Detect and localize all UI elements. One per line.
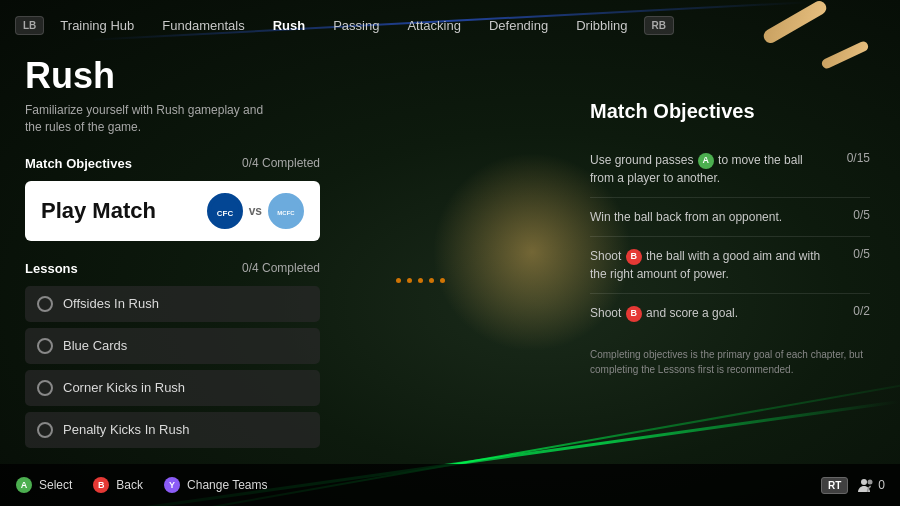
player-count: 0	[878, 478, 885, 492]
match-objectives-progress: 0/4 Completed	[242, 156, 320, 170]
right-panel: Match Objectives Use ground passes A to …	[590, 100, 870, 377]
nav-dribbling[interactable]: Dribbling	[564, 14, 639, 37]
svg-text:MCFC: MCFC	[277, 210, 295, 216]
play-match-label: Play Match	[41, 198, 156, 224]
lesson-circle-corner-kicks	[37, 380, 53, 396]
teams-display: CFC vs MCFC	[207, 193, 304, 229]
btn-b-back: B	[93, 477, 109, 493]
objective-text-1: Use ground passes A to move the ball fro…	[590, 151, 825, 187]
orange-dots-decoration	[396, 278, 445, 283]
players-icon	[858, 478, 874, 492]
page-subtitle: Familiarize yourself with Rush gameplay …	[25, 102, 275, 136]
objectives-title: Match Objectives	[590, 100, 870, 123]
bottom-right: RT 0	[821, 477, 885, 494]
lessons-section: Lessons 0/4 Completed Offsides In Rush B…	[25, 261, 320, 448]
chelsea-logo: CFC	[207, 193, 243, 229]
objective-text-2: Win the ball back from an opponent.	[590, 208, 825, 226]
player-count-badge: 0	[858, 478, 885, 492]
lessons-progress: 0/4 Completed	[242, 261, 320, 275]
match-objectives-title: Match Objectives	[25, 156, 132, 171]
btn-b-icon-4: B	[626, 306, 642, 322]
btn-a-select: A	[16, 477, 32, 493]
objective-row-3: Shoot B the ball with a good aim and wit…	[590, 237, 870, 294]
action-change-teams-label: Change Teams	[187, 478, 268, 492]
lesson-item-penalty-kicks[interactable]: Penalty Kicks In Rush	[25, 412, 320, 448]
match-objectives-header: Match Objectives 0/4 Completed	[25, 156, 320, 171]
objective-row-4: Shoot B and score a goal. 0/2	[590, 294, 870, 332]
lesson-text-corner-kicks: Corner Kicks in Rush	[63, 380, 185, 395]
svg-point-5	[868, 480, 873, 485]
objective-score-1: 0/15	[835, 151, 870, 165]
nav-passing[interactable]: Passing	[321, 14, 391, 37]
svg-point-4	[861, 479, 867, 485]
rb-button[interactable]: RB	[644, 16, 674, 35]
objective-text-4: Shoot B and score a goal.	[590, 304, 825, 322]
btn-b-icon-3: B	[626, 249, 642, 265]
objective-score-3: 0/5	[835, 247, 870, 261]
btn-y-change: Y	[164, 477, 180, 493]
lesson-circle-penalty-kicks	[37, 422, 53, 438]
bottom-actions: A Select B Back Y Change Teams	[15, 477, 268, 493]
vs-text: vs	[249, 204, 262, 218]
nav-fundamentals[interactable]: Fundamentals	[150, 14, 256, 37]
lessons-header: Lessons 0/4 Completed	[25, 261, 320, 276]
action-back: B Back	[92, 477, 143, 493]
action-select: A Select	[15, 477, 72, 493]
lesson-item-blue-cards[interactable]: Blue Cards	[25, 328, 320, 364]
action-back-label: Back	[116, 478, 143, 492]
lesson-text-penalty-kicks: Penalty Kicks In Rush	[63, 422, 189, 437]
objective-score-2: 0/5	[835, 208, 870, 222]
bottom-bar: A Select B Back Y Change Teams RT 0	[0, 464, 900, 506]
svg-text:CFC: CFC	[216, 209, 233, 218]
lb-button[interactable]: LB	[15, 16, 44, 35]
top-nav: LB Training Hub Fundamentals Rush Passin…	[0, 0, 900, 50]
nav-training-hub[interactable]: Training Hub	[48, 14, 146, 37]
lesson-text-offsides: Offsides In Rush	[63, 296, 159, 311]
lesson-text-blue-cards: Blue Cards	[63, 338, 127, 353]
nav-defending[interactable]: Defending	[477, 14, 560, 37]
objectives-note: Completing objectives is the primary goa…	[590, 347, 870, 377]
objective-text-3: Shoot B the ball with a good aim and wit…	[590, 247, 825, 283]
page-title: Rush	[25, 55, 320, 97]
left-panel: Rush Familiarize yourself with Rush game…	[25, 55, 320, 454]
lesson-circle-offsides	[37, 296, 53, 312]
btn-a-icon-1: A	[698, 153, 714, 169]
objective-row-1: Use ground passes A to move the ball fro…	[590, 141, 870, 198]
lesson-item-offsides[interactable]: Offsides In Rush	[25, 286, 320, 322]
action-change-teams: Y Change Teams	[163, 477, 268, 493]
nav-attacking[interactable]: Attacking	[395, 14, 472, 37]
play-match-card[interactable]: Play Match CFC vs MCFC	[25, 181, 320, 241]
action-select-label: Select	[39, 478, 72, 492]
city-logo: MCFC	[268, 193, 304, 229]
nav-rush[interactable]: Rush	[261, 14, 318, 37]
lesson-item-corner-kicks[interactable]: Corner Kicks in Rush	[25, 370, 320, 406]
objective-score-4: 0/2	[835, 304, 870, 318]
rt-button[interactable]: RT	[821, 477, 848, 494]
lessons-title: Lessons	[25, 261, 78, 276]
objective-row-2: Win the ball back from an opponent. 0/5	[590, 198, 870, 237]
lesson-circle-blue-cards	[37, 338, 53, 354]
